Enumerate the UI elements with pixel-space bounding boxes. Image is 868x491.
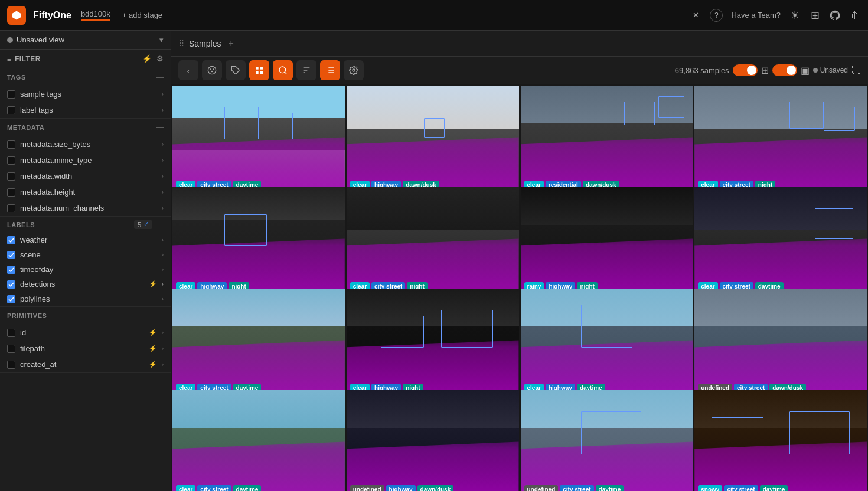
grid-cell-8[interactable]: clearcity streetdaytime <box>694 187 867 294</box>
grid-cell-3[interactable]: clearresidentialdawn/dusk <box>521 86 693 193</box>
timeofday-checkbox[interactable] <box>7 266 15 274</box>
add-stage-button[interactable]: + add stage <box>122 11 162 19</box>
github-icon[interactable] <box>829 9 841 21</box>
back-button[interactable]: ‹ <box>178 60 198 80</box>
tag-button[interactable] <box>226 60 246 80</box>
created-at-checkbox[interactable] <box>7 361 15 369</box>
timeofday-chevron[interactable]: › <box>162 266 164 273</box>
weather-checkbox[interactable] <box>7 236 15 244</box>
panel-view-icon[interactable]: ▣ <box>801 65 810 76</box>
grid-cell-2[interactable]: clearhighwaydawn/dusk <box>347 86 519 193</box>
grid-cell-10[interactable]: clearhighwaynight <box>347 289 519 396</box>
grid-cell-5[interactable]: clearhighwaynight <box>172 187 345 294</box>
metadata-width-item[interactable]: metadata.width › <box>0 168 171 184</box>
grid-cell-12[interactable]: undefinedcity streetdawn/dusk <box>694 289 867 396</box>
created-at-chevron[interactable]: › <box>162 361 164 368</box>
grid-cell-15[interactable]: undefinedcity streetdaytime <box>521 390 693 491</box>
grid-cell-7[interactable]: rainyhighwaynight <box>521 187 693 294</box>
weather-label-item[interactable]: weather › <box>0 233 171 247</box>
samples-tab[interactable]: Samples <box>189 39 221 48</box>
grid-cell-16[interactable]: snowycity streetdaytime <box>694 390 867 491</box>
expand-icon[interactable]: ⛶ <box>851 65 861 76</box>
grid-cell-14[interactable]: undefinedhighwaydawn/dusk <box>347 390 519 491</box>
metadata-height-chevron[interactable]: › <box>162 189 164 195</box>
filepath-checkbox[interactable] <box>7 345 15 353</box>
id-item[interactable]: id ⚡ › <box>0 325 171 341</box>
close-icon[interactable]: ✕ <box>690 9 701 21</box>
search-button[interactable] <box>273 60 293 80</box>
detection-box-12-0 <box>798 305 846 342</box>
sample-tags-item[interactable]: sample tags › <box>0 86 171 102</box>
created-at-item[interactable]: created_at ⚡ › <box>0 356 171 372</box>
grid-cell-13[interactable]: clearcity streetdaytime <box>172 390 345 491</box>
svg-rect-6 <box>256 67 259 70</box>
metadata-mime-item[interactable]: metadata.mime_type › <box>0 152 171 168</box>
filter-settings-icon[interactable]: ⚙ <box>156 54 164 63</box>
toggle-slider-2[interactable] <box>772 64 797 76</box>
metadata-mime-checkbox[interactable] <box>7 156 15 165</box>
labels-collapse-icon[interactable]: — <box>156 220 164 229</box>
scene-label-item[interactable]: scene › <box>0 247 171 262</box>
logo-icon[interactable] <box>7 6 26 25</box>
tags-collapse-icon[interactable]: — <box>156 73 164 81</box>
svg-rect-7 <box>260 67 263 70</box>
label-tags-item[interactable]: label tags › <box>0 102 171 118</box>
filepath-item[interactable]: filepath ⚡ › <box>0 341 171 356</box>
polylines-label-item[interactable]: polylines › <box>0 292 171 306</box>
view-selector[interactable]: Unsaved view ▾ <box>0 31 171 50</box>
polylines-chevron[interactable]: › <box>162 296 164 302</box>
grid-cell-9[interactable]: clearcity streetdaytime <box>172 289 345 396</box>
sun-icon[interactable]: ☀ <box>789 9 801 21</box>
grid-apps-icon[interactable]: ⊞ <box>809 9 821 21</box>
weather-chevron[interactable]: › <box>162 237 164 243</box>
metadata-collapse-icon[interactable]: — <box>156 123 164 132</box>
label-tags-chevron[interactable]: › <box>162 107 164 113</box>
tags-header[interactable]: TAGS — <box>0 68 171 86</box>
id-chevron[interactable]: › <box>162 329 164 336</box>
help-icon[interactable]: ? <box>710 9 723 22</box>
metadata-height-item[interactable]: metadata.height › <box>0 184 171 200</box>
detections-chevron[interactable]: › <box>162 281 164 287</box>
list-view-button[interactable] <box>320 60 340 80</box>
grid-dots-icon[interactable]: ⠿ <box>178 39 184 48</box>
scene-checkbox[interactable] <box>7 251 15 259</box>
primitives-section: PRIMITIVES — id ⚡ › filepath ⚡ › created… <box>0 307 171 373</box>
metadata-height-checkbox[interactable] <box>7 188 15 197</box>
grid-cell-1[interactable]: clearcity streetdaytime <box>172 86 345 193</box>
grid-view-button[interactable] <box>249 60 269 80</box>
filter-lightning-icon[interactable]: ⚡ <box>142 54 152 63</box>
timeofday-label-item[interactable]: timeofday › <box>0 262 171 277</box>
grid-dots-view-icon[interactable]: ⊞ <box>761 65 769 76</box>
primitives-header[interactable]: PRIMITIVES — <box>0 307 171 325</box>
metadata-width-chevron[interactable]: › <box>162 173 164 179</box>
metadata-size-chevron[interactable]: › <box>162 141 164 148</box>
split-view-icon[interactable]: ⫛ <box>849 9 861 21</box>
metadata-size-checkbox[interactable] <box>7 140 15 149</box>
metadata-width-checkbox[interactable] <box>7 172 15 181</box>
add-tab-button[interactable]: + <box>228 38 233 49</box>
sort-button[interactable] <box>296 60 316 80</box>
metadata-channels-item[interactable]: metadata.num_channels › <box>0 200 171 216</box>
color-button[interactable] <box>202 60 222 80</box>
toggle-slider-1[interactable] <box>733 64 758 76</box>
settings-button[interactable] <box>344 60 364 80</box>
metadata-channels-chevron[interactable]: › <box>162 205 164 211</box>
detections-checkbox[interactable] <box>7 280 15 289</box>
filepath-chevron[interactable]: › <box>162 345 164 352</box>
primitives-collapse-icon[interactable]: — <box>156 312 164 320</box>
grid-cell-6[interactable]: clearcity streetnight <box>347 187 519 294</box>
labels-header[interactable]: LABELS 5 ✓ — <box>0 217 171 233</box>
metadata-header[interactable]: METADATA — <box>0 119 171 136</box>
metadata-channels-checkbox[interactable] <box>7 204 15 212</box>
sample-tags-checkbox[interactable] <box>7 90 15 99</box>
grid-cell-11[interactable]: clearhighwaydaytime <box>521 289 693 396</box>
sample-tags-chevron[interactable]: › <box>162 91 164 97</box>
metadata-size-item[interactable]: metadata.size_bytes › <box>0 136 171 152</box>
grid-cell-4[interactable]: clearcity streetnight <box>694 86 867 193</box>
metadata-mime-chevron[interactable]: › <box>162 157 164 163</box>
scene-chevron[interactable]: › <box>162 251 164 258</box>
label-tags-checkbox[interactable] <box>7 106 15 114</box>
detections-label-item[interactable]: detections ⚡ › <box>0 277 171 292</box>
polylines-checkbox[interactable] <box>7 295 15 303</box>
id-checkbox[interactable] <box>7 329 15 337</box>
